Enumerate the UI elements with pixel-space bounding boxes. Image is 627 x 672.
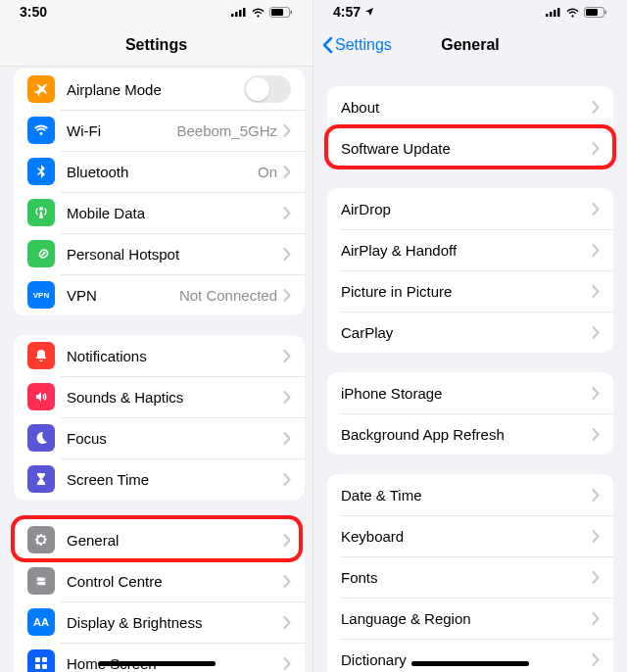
- svg-rect-3: [243, 8, 246, 17]
- row-hotspot[interactable]: Personal Hotspot: [14, 233, 305, 274]
- row-label: Screen Time: [67, 471, 283, 488]
- settings-group: NotificationsSounds & HapticsFocusScreen…: [14, 335, 305, 500]
- chevron-right-icon: [592, 387, 600, 400]
- settings-group: GeneralControl CentreAADisplay & Brightn…: [14, 519, 305, 672]
- row-carplay[interactable]: CarPlay: [327, 312, 613, 353]
- row-label: Date & Time: [341, 487, 592, 504]
- row-storage[interactable]: iPhone Storage: [327, 372, 613, 413]
- status-bar: 3:50: [0, 0, 313, 24]
- chevron-right-icon: [283, 124, 291, 137]
- location-icon: [364, 7, 374, 17]
- svg-rect-2: [239, 10, 242, 17]
- navbar: Settings: [0, 24, 313, 67]
- row-label: Keyboard: [341, 528, 592, 545]
- row-label: About: [341, 99, 592, 116]
- chevron-right-icon: [592, 142, 600, 155]
- row-bluetooth[interactable]: BluetoothOn: [14, 151, 305, 192]
- navbar: Settings General: [314, 24, 627, 67]
- row-label: Wi-Fi: [67, 122, 176, 139]
- battery-icon: [584, 7, 607, 18]
- row-software-update[interactable]: Software Update: [327, 127, 613, 168]
- chevron-right-icon: [283, 534, 291, 547]
- row-label: AirPlay & Handoff: [341, 242, 592, 259]
- grid-icon: [27, 649, 55, 672]
- wifi-icon: [251, 7, 265, 18]
- toggle[interactable]: [244, 75, 291, 103]
- svg-rect-12: [42, 664, 47, 669]
- general-group: AirDropAirPlay & HandoffPicture in Pictu…: [327, 188, 613, 353]
- row-bg-refresh[interactable]: Background App Refresh: [327, 413, 613, 455]
- moon-icon: [27, 424, 55, 452]
- signal-icon: [231, 7, 247, 17]
- back-button[interactable]: Settings: [321, 24, 392, 67]
- row-about[interactable]: About: [327, 86, 613, 127]
- row-fonts[interactable]: Fonts: [327, 556, 613, 598]
- chevron-right-icon: [283, 432, 291, 445]
- row-label: Airplane Mode: [67, 81, 244, 98]
- svg-rect-21: [550, 12, 553, 17]
- chevron-right-icon: [592, 653, 600, 666]
- svg-rect-1: [235, 12, 238, 17]
- row-notifications[interactable]: Notifications: [14, 335, 305, 376]
- chevron-right-icon: [283, 289, 291, 302]
- general-screen: 4:57 Settings General AboutSoftware Upda…: [314, 0, 627, 672]
- row-airdrop[interactable]: AirDrop: [327, 188, 613, 229]
- row-home-screen[interactable]: Home Screen: [14, 643, 305, 672]
- row-lang-region[interactable]: Language & Region: [327, 598, 613, 639]
- vpn-icon: VPN: [27, 281, 55, 309]
- row-vpn[interactable]: VPNVPNNot Connected: [14, 274, 305, 315]
- row-label: Software Update: [341, 140, 592, 157]
- row-date-time[interactable]: Date & Time: [327, 474, 613, 515]
- status-icons: [546, 7, 607, 18]
- row-airplane[interactable]: Airplane Mode: [14, 69, 305, 110]
- chevron-right-icon: [283, 391, 291, 404]
- row-general[interactable]: General: [14, 519, 305, 560]
- general-list: AboutSoftware UpdateAirDropAirPlay & Han…: [314, 86, 627, 672]
- row-keyboard[interactable]: Keyboard: [327, 515, 613, 556]
- status-time: 4:57: [333, 4, 374, 20]
- svg-rect-20: [546, 14, 549, 17]
- antenna-icon: [27, 199, 55, 226]
- row-label: Fonts: [341, 569, 592, 586]
- row-label: CarPlay: [341, 324, 592, 341]
- row-label: Language & Region: [341, 610, 592, 627]
- back-label: Settings: [335, 36, 392, 54]
- row-screen-time[interactable]: Screen Time: [14, 458, 305, 500]
- row-wifi[interactable]: Wi-FiBeebom_5GHz: [14, 110, 305, 151]
- row-label: Notifications: [67, 348, 283, 364]
- chevron-right-icon: [592, 101, 600, 114]
- general-group: Date & TimeKeyboardFontsLanguage & Regio…: [327, 474, 613, 672]
- chevron-right-icon: [283, 616, 291, 629]
- home-indicator[interactable]: [411, 661, 529, 666]
- row-label: AirDrop: [341, 201, 592, 217]
- row-label: VPN: [67, 287, 179, 304]
- chevron-right-icon: [283, 657, 291, 670]
- row-value: Not Connected: [179, 287, 277, 304]
- chevron-right-icon: [283, 473, 291, 486]
- row-focus[interactable]: Focus: [14, 417, 305, 458]
- row-control-centre[interactable]: Control Centre: [14, 560, 305, 601]
- row-mobile-data[interactable]: Mobile Data: [14, 192, 305, 233]
- chevron-right-icon: [592, 244, 600, 257]
- chevron-right-icon: [592, 530, 600, 543]
- svg-rect-11: [35, 664, 40, 669]
- chevron-right-icon: [592, 489, 600, 502]
- row-display[interactable]: AADisplay & Brightness: [14, 601, 305, 643]
- svg-rect-0: [231, 14, 234, 17]
- row-dictionary[interactable]: Dictionary: [327, 639, 613, 672]
- signal-icon: [546, 7, 561, 17]
- text-size-icon: AA: [27, 608, 55, 636]
- chevron-right-icon: [283, 207, 291, 219]
- row-label: Control Centre: [67, 573, 283, 590]
- row-sounds[interactable]: Sounds & Haptics: [14, 376, 305, 417]
- row-label: Personal Hotspot: [67, 246, 283, 263]
- wifi-icon: [565, 7, 580, 18]
- home-indicator[interactable]: [98, 661, 216, 666]
- speaker-icon: [27, 383, 55, 410]
- wifi-icon: [27, 117, 55, 144]
- settings-list: Airplane ModeWi-FiBeebom_5GHzBluetoothOn…: [0, 69, 313, 672]
- row-airplay[interactable]: AirPlay & Handoff: [327, 229, 613, 270]
- row-pip[interactable]: Picture in Picture: [327, 270, 613, 312]
- chevron-right-icon: [283, 350, 291, 362]
- row-value: On: [258, 164, 277, 180]
